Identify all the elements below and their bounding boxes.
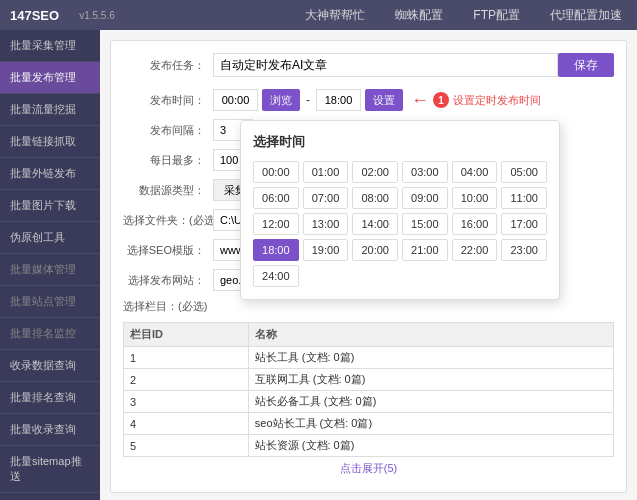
sidebar-item-3[interactable]: 批量链接抓取 (0, 126, 100, 158)
top-nav: 大神帮帮忙 蜘蛛配置 FTP配置 代理配置加速 (300, 7, 627, 24)
time-grid: 00:0001:0002:0003:0004:0005:0006:0007:00… (253, 161, 547, 287)
time-dash: - (306, 93, 310, 107)
table-row[interactable]: 3站长必备工具 (文档: 0篇) (124, 391, 614, 413)
cell-name: seo站长工具 (文档: 0篇) (248, 413, 613, 435)
cell-id: 5 (124, 435, 249, 457)
time-label: 发布时间： (123, 93, 213, 108)
file-label: 选择文件夹：(必选) (123, 213, 213, 228)
cell-name: 站长工具 (文档: 0篇) (248, 347, 613, 369)
source-label: 数据源类型： (123, 183, 213, 198)
task-row: 发布任务： 保存 (123, 53, 614, 77)
content-area: 发布任务： 保存 发布时间： 浏览 - 设置 ← (100, 30, 637, 500)
time-cell[interactable]: 02:00 (352, 161, 398, 183)
time-cell[interactable]: 23:00 (501, 239, 547, 261)
seo-label: 选择SEO模版： (123, 243, 213, 258)
cell-id: 4 (124, 413, 249, 435)
app-version: v1.5.5.6 (79, 10, 115, 21)
col-header-name: 名称 (248, 323, 613, 347)
sidebar-item-10[interactable]: 收录数据查询 (0, 350, 100, 382)
col-header-id: 栏目ID (124, 323, 249, 347)
time-cell[interactable]: 04:00 (452, 161, 498, 183)
arrow-icon-1: ← (411, 90, 429, 111)
annotation-1-circle: 1 (433, 92, 449, 108)
time-cell[interactable]: 10:00 (452, 187, 498, 209)
time-start-input[interactable] (213, 89, 258, 111)
sidebar-item-8[interactable]: 批量站点管理 (0, 286, 100, 318)
daily-label: 每日最多： (123, 153, 213, 168)
table-row[interactable]: 1站长工具 (文档: 0篇) (124, 347, 614, 369)
cell-id: 2 (124, 369, 249, 391)
nav-item-2[interactable]: FTP配置 (468, 7, 525, 24)
sidebar-item-11[interactable]: 批量排名查询 (0, 382, 100, 414)
time-picker-overlay: 选择时间 00:0001:0002:0003:0004:0005:0006:00… (240, 120, 560, 300)
table-row[interactable]: 2互联网工具 (文档: 0篇) (124, 369, 614, 391)
more-row: 点击展开(5) (123, 457, 614, 480)
cell-name: 站长必备工具 (文档: 0篇) (248, 391, 613, 413)
content-wrapper: 发布任务： 保存 发布时间： 浏览 - 设置 ← (110, 40, 627, 493)
nav-item-3[interactable]: 代理配置加速 (545, 7, 627, 24)
time-cell[interactable]: 12:00 (253, 213, 299, 235)
annotation-1-text: 设置定时发布时间 (453, 93, 541, 108)
sidebar-item-5[interactable]: 批量图片下载 (0, 190, 100, 222)
time-cell[interactable]: 06:00 (253, 187, 299, 209)
app-container: 147SEO v1.5.5.6 大神帮帮忙 蜘蛛配置 FTP配置 代理配置加速 … (0, 0, 637, 500)
time-cell[interactable]: 24:00 (253, 265, 299, 287)
sidebar-item-9[interactable]: 批量排名监控 (0, 318, 100, 350)
sidebar-item-14[interactable]: 搜狗验证推送 (0, 493, 100, 500)
time-cell[interactable]: 17:00 (501, 213, 547, 235)
sidebar: 批量采集管理 批量发布管理 批量流量挖掘 批量链接抓取 批量外链发布 批量图片下… (0, 30, 100, 500)
sidebar-item-7[interactable]: 批量媒体管理 (0, 254, 100, 286)
nav-item-1[interactable]: 蜘蛛配置 (390, 7, 448, 24)
task-label: 发布任务： (123, 58, 213, 73)
time-cell[interactable]: 14:00 (352, 213, 398, 235)
sidebar-item-4[interactable]: 批量外链发布 (0, 158, 100, 190)
table-container: 选择栏目：(必选) 栏目ID 名称 1站长工具 (文档: 0篇)2互联网工具 (… (123, 299, 614, 480)
time-cell[interactable]: 05:00 (501, 161, 547, 183)
time-cell[interactable]: 20:00 (352, 239, 398, 261)
sidebar-item-2[interactable]: 批量流量挖掘 (0, 94, 100, 126)
time-cell[interactable]: 01:00 (303, 161, 349, 183)
cell-name: 互联网工具 (文档: 0篇) (248, 369, 613, 391)
table-header-row: 栏目ID 名称 (124, 323, 614, 347)
time-cell[interactable]: 16:00 (452, 213, 498, 235)
table-row[interactable]: 5站长资源 (文档: 0篇) (124, 435, 614, 457)
time-cell[interactable]: 15:00 (402, 213, 448, 235)
cell-id: 3 (124, 391, 249, 413)
time-row: 发布时间： 浏览 - 设置 ← 1 设置定时发布时间 (123, 89, 614, 111)
nav-item-0[interactable]: 大神帮帮忙 (300, 7, 370, 24)
time-set-btn[interactable]: 设置 (365, 89, 403, 111)
time-cell[interactable]: 07:00 (303, 187, 349, 209)
time-cell[interactable]: 21:00 (402, 239, 448, 261)
time-cell[interactable]: 03:00 (402, 161, 448, 183)
sidebar-item-6[interactable]: 伪原创工具 (0, 222, 100, 254)
task-input[interactable] (213, 53, 558, 77)
section-label-row: 选择栏目：(必选) (123, 299, 614, 314)
main-layout: 批量采集管理 批量发布管理 批量流量挖掘 批量链接抓取 批量外链发布 批量图片下… (0, 30, 637, 500)
table-row[interactable]: 4seo站长工具 (文档: 0篇) (124, 413, 614, 435)
time-control: 浏览 - 设置 ← 1 设置定时发布时间 (213, 89, 541, 111)
time-cell[interactable]: 09:00 (402, 187, 448, 209)
interval-label: 发布间隔： (123, 123, 213, 138)
time-cell[interactable]: 19:00 (303, 239, 349, 261)
site-label: 选择发布网站： (123, 273, 213, 288)
time-cell[interactable]: 13:00 (303, 213, 349, 235)
sidebar-item-1[interactable]: 批量发布管理 (0, 62, 100, 94)
cell-id: 1 (124, 347, 249, 369)
app-logo: 147SEO (10, 8, 59, 23)
time-cell[interactable]: 11:00 (501, 187, 547, 209)
sidebar-item-13[interactable]: 批量sitemap推送 (0, 446, 100, 493)
top-bar: 147SEO v1.5.5.6 大神帮帮忙 蜘蛛配置 FTP配置 代理配置加速 (0, 0, 637, 30)
time-cell[interactable]: 00:00 (253, 161, 299, 183)
save-button[interactable]: 保存 (558, 53, 614, 77)
sidebar-item-0[interactable]: 批量采集管理 (0, 30, 100, 62)
cell-name: 站长资源 (文档: 0篇) (248, 435, 613, 457)
time-cell[interactable]: 08:00 (352, 187, 398, 209)
time-picker-title: 选择时间 (253, 133, 547, 151)
time-cell[interactable]: 22:00 (452, 239, 498, 261)
sections-table: 栏目ID 名称 1站长工具 (文档: 0篇)2互联网工具 (文档: 0篇)3站长… (123, 322, 614, 457)
time-browse-btn[interactable]: 浏览 (262, 89, 300, 111)
time-cell[interactable]: 18:00 (253, 239, 299, 261)
sidebar-item-12[interactable]: 批量收录查询 (0, 414, 100, 446)
more-link[interactable]: 点击展开(5) (340, 462, 397, 474)
time-end-input[interactable] (316, 89, 361, 111)
